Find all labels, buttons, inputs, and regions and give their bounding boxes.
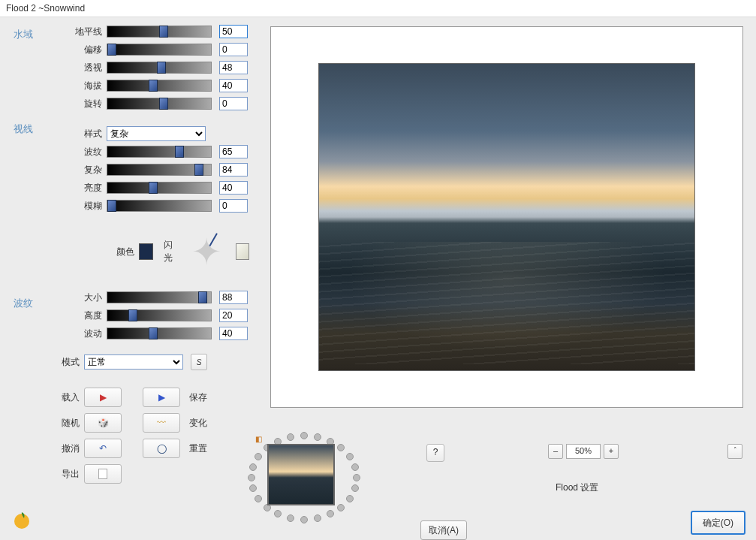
lbl-height: 高度 [74, 309, 107, 322]
lbl-random: 随机 [51, 417, 84, 430]
select-style[interactable]: 复杂 [107, 126, 206, 141]
undo-icon: ↶ [99, 443, 107, 454]
btn-s[interactable]: S [191, 354, 207, 370]
reset-button[interactable]: ◯ [143, 439, 180, 458]
input-height[interactable] [219, 309, 248, 322]
window-title: Flood 2 ~Snowwind [0, 0, 756, 17]
variation-dot[interactable] [274, 510, 282, 517]
select-mode[interactable]: 正常 [84, 354, 183, 370]
input-perspective[interactable] [219, 61, 248, 74]
slider-wave[interactable] [107, 146, 212, 158]
settings-label: Flood 设置 [556, 481, 598, 494]
input-rotation[interactable] [219, 97, 248, 110]
page-icon [98, 469, 107, 479]
input-offset[interactable] [219, 43, 248, 56]
variation-dot[interactable] [346, 495, 354, 502]
variation-dot[interactable] [351, 484, 359, 492]
controls-panel: 水域 地平线 偏移 透视 海拔 旋转 视线 样式复杂 波纹 复杂 亮度 模糊 颜… [0, 17, 255, 489]
variation-dot[interactable] [300, 432, 308, 439]
zoom-value[interactable]: 50% [566, 444, 601, 459]
variation-dot[interactable] [353, 474, 360, 481]
variation-dot[interactable] [314, 514, 321, 522]
color-swatch[interactable] [139, 243, 152, 260]
variation-button[interactable]: 〰 [143, 413, 180, 433]
variation-dot[interactable] [327, 510, 334, 517]
variation-dot[interactable] [287, 514, 294, 522]
variation-dot[interactable] [249, 463, 257, 471]
variation-dot[interactable] [300, 516, 308, 523]
variation-dot[interactable] [287, 433, 294, 441]
lbl-glare: 闪光 [164, 239, 179, 264]
zoom-in-button[interactable]: + [604, 444, 619, 459]
lbl-color: 颜色 [111, 246, 139, 258]
ring-icon: ◯ [157, 443, 167, 454]
variation-dot[interactable] [314, 433, 321, 441]
lbl-perspective: 透视 [74, 62, 107, 74]
input-altitude[interactable] [219, 79, 248, 92]
slider-blur[interactable] [107, 200, 212, 212]
slider-brightness[interactable] [107, 182, 212, 194]
input-brightness[interactable] [219, 181, 248, 195]
variation-dot[interactable] [337, 444, 345, 451]
export-button[interactable] [84, 464, 122, 484]
lbl-altitude: 海拔 [74, 80, 107, 92]
input-complexity[interactable] [219, 163, 248, 176]
random-button[interactable]: 🎲 [84, 413, 122, 433]
input-blur[interactable] [219, 199, 248, 213]
lbl-mode: 模式 [51, 356, 84, 369]
variation-dot[interactable] [337, 504, 345, 511]
wave-icon: 〰 [157, 418, 166, 428]
lbl-style: 样式 [74, 128, 107, 140]
variation-dot[interactable] [346, 453, 354, 460]
variation-ring: ◧ [255, 432, 405, 540]
variation-dot[interactable] [351, 463, 359, 471]
lbl-horizon: 地平线 [74, 26, 107, 38]
lbl-wobble: 波动 [74, 327, 107, 340]
lbl-blur: 模糊 [74, 200, 107, 213]
collapse-button[interactable]: ˄ [727, 444, 742, 459]
dice-icon: 🎲 [98, 418, 109, 428]
slider-height[interactable] [107, 309, 212, 321]
lbl-brightness: 亮度 [74, 182, 107, 195]
slider-altitude[interactable] [107, 80, 212, 92]
lbl-size: 大小 [74, 291, 107, 304]
preview-image [318, 63, 695, 371]
light-swatch[interactable] [236, 243, 249, 260]
ok-button[interactable]: 确定(O) [691, 511, 745, 535]
slider-horizon[interactable] [107, 26, 212, 38]
slider-size[interactable] [107, 291, 212, 303]
input-horizon[interactable] [219, 25, 248, 38]
cancel-button[interactable]: 取消(A) [420, 520, 467, 540]
svg-point-0 [14, 514, 29, 529]
compass-control[interactable] [187, 228, 226, 276]
variation-dot[interactable] [249, 484, 257, 492]
input-wobble[interactable] [219, 327, 248, 340]
section-view: 视线 [14, 122, 33, 136]
variation-dot[interactable] [248, 474, 255, 481]
thumbnail-preview[interactable] [267, 444, 335, 505]
lbl-undo: 撤消 [51, 442, 84, 455]
input-wave[interactable] [219, 145, 248, 158]
load-button[interactable]: ▶ [84, 388, 122, 407]
lbl-export: 导出 [51, 468, 84, 481]
lbl-reset: 重置 [189, 442, 207, 455]
lbl-rotation: 旋转 [74, 98, 107, 110]
variation-dot[interactable] [255, 495, 262, 502]
lbl-complexity: 复杂 [74, 164, 107, 176]
slider-complexity[interactable] [107, 164, 212, 176]
slider-wobble[interactable] [107, 327, 212, 339]
help-button[interactable]: ? [426, 444, 444, 462]
zoom-out-button[interactable]: – [548, 444, 563, 459]
section-water: 水域 [14, 28, 33, 41]
variation-dot[interactable] [255, 453, 262, 460]
lbl-save: 保存 [189, 391, 207, 404]
section-ripple: 波纹 [14, 297, 33, 310]
lbl-offset: 偏移 [74, 44, 107, 56]
save-button[interactable]: ▶ [143, 388, 180, 407]
undo-button[interactable]: ↶ [84, 439, 122, 458]
input-size[interactable] [219, 291, 248, 304]
zoom-controls: – 50% + [548, 444, 619, 459]
slider-perspective[interactable] [107, 62, 212, 74]
slider-rotation[interactable] [107, 98, 212, 110]
slider-offset[interactable] [107, 44, 212, 56]
